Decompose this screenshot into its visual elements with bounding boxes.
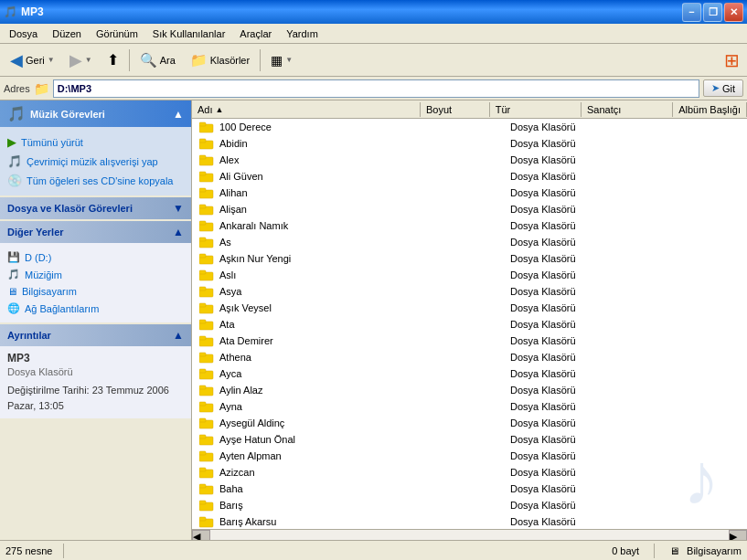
file-list-header: Adı ▲ Boyut Tür Sanatçı Albüm Başlığı — [192, 100, 747, 119]
table-row[interactable]: Aysegül Aldinç Dosya Klasörü — [192, 415, 747, 431]
cell-name: Aşkın Nur Yengi — [194, 251, 422, 266]
table-row[interactable]: Aşık Veysel Dosya Klasörü — [192, 300, 747, 316]
shop-link[interactable]: 🎵 Çevrimiçi müzik alışverişi yap — [7, 152, 184, 171]
table-row[interactable]: Alihan Dosya Klasörü — [192, 185, 747, 201]
play-all-link[interactable]: ▶ Tümünü yürüt — [7, 132, 184, 152]
table-row[interactable]: Alex Dosya Klasörü — [192, 152, 747, 168]
cell-name: Abidin — [194, 136, 422, 151]
table-row[interactable]: Ayca Dosya Klasörü — [192, 365, 747, 382]
up-button[interactable]: ⬆ — [101, 48, 125, 72]
table-row[interactable]: 100 Derece Dosya Klasörü — [192, 119, 747, 135]
network-link[interactable]: 🌐 Ağ Bağlantılarım — [7, 300, 184, 317]
menu-araclar[interactable]: Araçlar — [232, 26, 279, 41]
forward-dropdown-icon[interactable]: ▼ — [85, 56, 92, 64]
col-header-artist[interactable]: Sanatçı — [582, 102, 673, 117]
table-row[interactable]: Alişan Dosya Klasörü — [192, 201, 747, 217]
cell-name: Aylin Alaz — [194, 383, 422, 397]
views-dropdown-icon[interactable]: ▼ — [285, 56, 293, 64]
table-row[interactable]: Azizcan Dosya Klasörü — [192, 464, 747, 481]
cell-album — [724, 488, 745, 490]
table-row[interactable]: Aylin Alaz Dosya Klasörü — [192, 382, 747, 398]
cell-artist — [614, 488, 724, 490]
table-row[interactable]: Ata Dosya Klasörü — [192, 316, 747, 333]
views-button[interactable]: ▦ ▼ — [264, 49, 299, 71]
other-places-header[interactable]: Diğer Yerler ▲ — [0, 221, 191, 243]
d-drive-link[interactable]: 💾 D (D:) — [7, 248, 184, 266]
music-link[interactable]: 🎵 Müziğim — [7, 266, 184, 283]
cell-artist — [614, 258, 724, 259]
details-label: Ayrıntılar — [7, 330, 51, 341]
menu-dosya[interactable]: Dosya — [2, 26, 45, 41]
cell-name: Azizcan — [194, 465, 422, 480]
table-row[interactable]: Athena Dosya Klasörü — [192, 349, 747, 365]
minimize-button[interactable]: − — [682, 3, 701, 22]
computer-link[interactable]: 🖥 Bilgisayarım — [7, 283, 184, 300]
col-header-album[interactable]: Albüm Başlığı — [673, 102, 747, 117]
table-row[interactable]: Ayna Dosya Klasörü — [192, 398, 747, 415]
horizontal-scrollbar[interactable]: ◀ ▶ — [192, 529, 747, 540]
cell-artist — [614, 143, 724, 144]
music-tasks-collapse-icon: ▲ — [173, 108, 184, 121]
cell-artist — [614, 406, 724, 407]
folder-tasks-header[interactable]: Dosya ve Klasör Görevleri ▼ — [0, 197, 191, 219]
col-header-size[interactable]: Boyut — [421, 102, 490, 117]
computer-label: Bilgisayarım — [22, 286, 77, 297]
d-drive-label: D (D:) — [25, 252, 51, 263]
table-row[interactable]: Abidin Dosya Klasörü — [192, 135, 747, 152]
table-row[interactable]: Asya Dosya Klasörü — [192, 283, 747, 300]
cell-album — [724, 208, 745, 210]
table-row[interactable]: Ata Demirer Dosya Klasörü — [192, 333, 747, 349]
svg-rect-23 — [199, 303, 206, 307]
cell-artist — [614, 504, 724, 506]
svg-rect-3 — [199, 139, 206, 143]
music-tasks-header[interactable]: 🎵 Müzik Görevleri ▲ — [0, 100, 191, 127]
cell-name: Ayşe Hatun Önal — [194, 432, 422, 447]
table-row[interactable]: Ayşe Hatun Önal Dosya Klasörü — [192, 431, 747, 448]
cell-type: Dosya Klasörü — [505, 318, 614, 331]
cell-type: Dosya Klasörü — [505, 236, 614, 248]
scroll-left[interactable]: ◀ — [192, 530, 210, 541]
file-name-text: Alihan — [219, 187, 248, 198]
cell-name: Athena — [194, 350, 422, 365]
back-button[interactable]: ◀ Geri ▼ — [4, 47, 61, 74]
details-header[interactable]: Ayrıntılar ▲ — [0, 324, 191, 346]
col-header-type[interactable]: Tür — [490, 102, 582, 117]
file-list[interactable]: 100 Derece Dosya Klasörü Abidin Dosya Kl… — [192, 119, 747, 529]
table-row[interactable]: As Dosya Klasörü — [192, 234, 747, 250]
computer-status-icon: 🖥 — [669, 545, 679, 556]
search-button[interactable]: 🔍 Ara — [133, 48, 182, 72]
details-body: MP3 Dosya Klasörü Değiştirilme Tarihi: 2… — [0, 346, 191, 418]
copy-cd-link[interactable]: 💿 Tüm öğeleri ses CD'sine kopyala — [7, 171, 184, 190]
menu-duzen[interactable]: Düzen — [45, 26, 89, 41]
table-row[interactable]: Ankaralı Namık Dosya Klasörü — [192, 217, 747, 234]
details-section: Ayrıntılar ▲ MP3 Dosya Klasörü Değiştiri… — [0, 324, 191, 418]
restore-button[interactable]: ❐ — [703, 3, 722, 22]
table-row[interactable]: Baha Dosya Klasörü — [192, 481, 747, 497]
folders-button[interactable]: 📁 Klasörler — [184, 48, 256, 72]
file-name-text: Baha — [219, 483, 243, 494]
cell-type: Dosya Klasörü — [505, 499, 614, 512]
col-header-name[interactable]: Adı ▲ — [192, 102, 421, 117]
table-row[interactable]: Ali Güven Dosya Klasörü — [192, 168, 747, 185]
cell-name: 100 Derece — [194, 120, 422, 134]
folder-tasks-label: Dosya ve Klasör Görevleri — [7, 203, 133, 214]
forward-button[interactable]: ▶ ▼ — [63, 47, 99, 74]
cell-name: Ali Güven — [194, 169, 422, 184]
music-tasks-label: Müzik Görevleri — [30, 109, 105, 120]
menu-sik[interactable]: Sık Kullanılanlar — [145, 26, 233, 41]
address-input[interactable] — [53, 79, 699, 98]
back-dropdown-icon[interactable]: ▼ — [48, 56, 55, 64]
menu-yardim[interactable]: Yardım — [279, 26, 325, 41]
table-row[interactable]: Aşkın Nur Yengi Dosya Klasörü — [192, 250, 747, 267]
toolbar: ◀ Geri ▼ ▶ ▼ ⬆ 🔍 Ara 📁 Klasörler ▦ ▼ ⊞ — [0, 44, 747, 77]
close-button[interactable]: ✕ — [724, 3, 743, 22]
menu-gorunum[interactable]: Görünüm — [89, 26, 145, 41]
music-tasks-icon: 🎵 — [7, 105, 26, 122]
scroll-right[interactable]: ▶ — [729, 530, 747, 541]
table-row[interactable]: Aslı Dosya Klasörü — [192, 267, 747, 283]
go-button[interactable]: ➤ Git — [703, 79, 743, 97]
col-type-label: Tür — [496, 104, 511, 115]
table-row[interactable]: Ayten Alpman Dosya Klasörü — [192, 448, 747, 464]
table-row[interactable]: Barış Akarsu Dosya Klasörü — [192, 513, 747, 529]
table-row[interactable]: Barış Dosya Klasörü — [192, 497, 747, 513]
